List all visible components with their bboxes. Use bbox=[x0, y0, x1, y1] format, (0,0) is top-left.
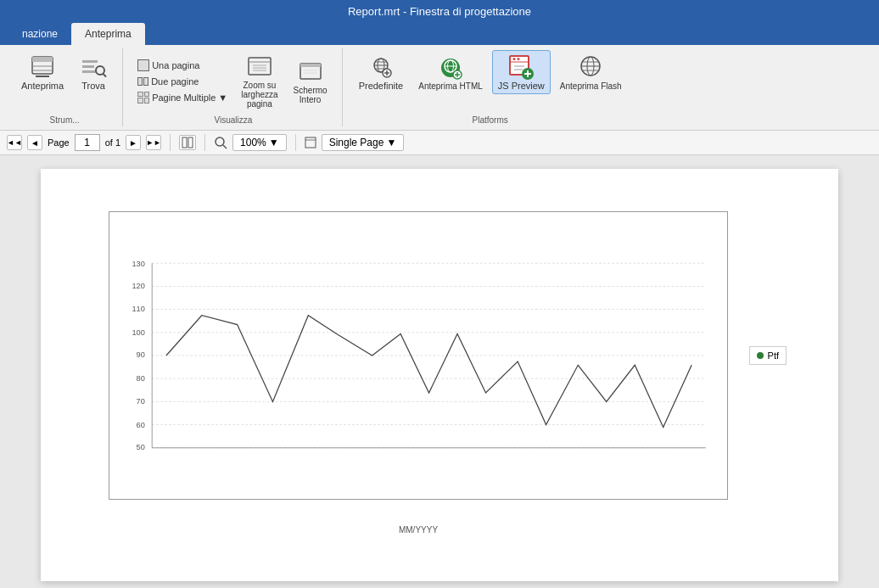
svg-text:120: 120 bbox=[132, 282, 144, 290]
predefinite-button[interactable]: Predefinite bbox=[353, 50, 410, 94]
group-strumenti: Anteprima Trova Strum... bbox=[7, 48, 123, 126]
pagine-multiple-button[interactable]: Pagine Multiple ▼ bbox=[133, 90, 232, 105]
anteprima-icon bbox=[29, 53, 56, 81]
svg-text:130: 130 bbox=[132, 260, 144, 268]
pagine-multiple-icon bbox=[137, 92, 149, 104]
svg-rect-4 bbox=[36, 76, 49, 77]
next-page-button[interactable]: ► bbox=[126, 135, 141, 150]
svg-rect-49 bbox=[188, 137, 193, 148]
una-pagina-label: Una pagina bbox=[152, 60, 199, 70]
page-mode-button[interactable] bbox=[179, 135, 196, 150]
html-preview-icon bbox=[437, 54, 464, 81]
zoom-select[interactable]: 100% ▼ bbox=[232, 134, 287, 151]
strumenti-label: Strum... bbox=[50, 114, 80, 125]
platforms-label: Platforms bbox=[473, 114, 508, 125]
trova-button[interactable]: Trova bbox=[73, 50, 114, 94]
tab-anteprima[interactable]: Anteprima bbox=[71, 23, 145, 45]
svg-line-9 bbox=[104, 74, 107, 77]
main-area: 130 120 110 100 90 80 70 60 50 bbox=[0, 155, 879, 588]
svg-rect-1 bbox=[32, 57, 53, 62]
svg-rect-10 bbox=[249, 58, 271, 75]
last-page-button[interactable]: ►► bbox=[146, 135, 161, 150]
separator-3 bbox=[295, 134, 296, 151]
svg-line-51 bbox=[223, 145, 227, 148]
page-label: Page bbox=[48, 137, 70, 148]
svg-text:70: 70 bbox=[137, 397, 145, 406]
due-pagine-label: Due pagine bbox=[151, 76, 199, 87]
chart-wrapper: 130 120 110 100 90 80 70 60 50 bbox=[92, 211, 762, 535]
legend-dot bbox=[757, 352, 764, 359]
js-preview-label: JS Preview bbox=[498, 81, 545, 91]
page-view-icon bbox=[305, 137, 316, 148]
legend-label: Ptf bbox=[768, 350, 779, 361]
predefinite-icon bbox=[367, 53, 395, 81]
prev-page-button[interactable]: ◄ bbox=[27, 135, 42, 150]
page-view-label: Single Page bbox=[329, 137, 384, 148]
flash-icon bbox=[577, 54, 604, 81]
svg-point-8 bbox=[96, 66, 104, 75]
predefinite-label: Predefinite bbox=[359, 81, 404, 91]
svg-point-37 bbox=[518, 58, 520, 60]
svg-rect-48 bbox=[182, 137, 187, 148]
separator-1 bbox=[170, 134, 171, 151]
svg-rect-6 bbox=[82, 65, 94, 68]
chart-container: 130 120 110 100 90 80 70 60 50 bbox=[109, 211, 728, 500]
page-view-dropdown-icon: ▼ bbox=[386, 137, 396, 148]
svg-text:110: 110 bbox=[132, 305, 144, 313]
una-pagina-icon bbox=[137, 59, 149, 71]
anteprima-html-button[interactable]: Anteprima HTML bbox=[412, 51, 489, 94]
tab-nazione[interactable]: nazione bbox=[8, 23, 71, 45]
una-pagina-button[interactable]: Una pagina bbox=[133, 58, 232, 73]
schermo-intero-icon bbox=[297, 59, 324, 86]
trova-label: Trova bbox=[81, 81, 105, 91]
zoom-value: 100% bbox=[240, 137, 266, 148]
chart-legend: Ptf bbox=[749, 346, 787, 365]
page-number-input[interactable] bbox=[75, 134, 100, 151]
svg-rect-52 bbox=[305, 137, 316, 148]
svg-text:80: 80 bbox=[137, 374, 145, 383]
group-visualizza: Una pagina Due pagine bbox=[125, 48, 342, 126]
pagine-multiple-dropdown-icon[interactable]: ▼ bbox=[218, 92, 227, 103]
separator-2 bbox=[204, 134, 205, 151]
page-view-select[interactable]: Single Page ▼ bbox=[322, 134, 405, 151]
visualizza-label: Visualizza bbox=[214, 114, 252, 125]
svg-point-36 bbox=[513, 58, 516, 60]
ribbon-toolbar: Anteprima Trova Strum... bbox=[0, 45, 879, 131]
svg-text:90: 90 bbox=[137, 351, 145, 360]
svg-text:100: 100 bbox=[132, 328, 144, 337]
due-pagine-button[interactable]: Due pagine bbox=[133, 75, 232, 88]
group-platforms: Predefinite Anteprima HTML bbox=[344, 48, 636, 126]
schermo-intero-label: SchermoIntero bbox=[294, 86, 328, 104]
anteprima-flash-button[interactable]: Anteprima Flash bbox=[554, 51, 628, 94]
pagine-multiple-label: Pagine Multiple bbox=[152, 92, 216, 103]
trova-icon bbox=[80, 53, 107, 81]
svg-rect-5 bbox=[82, 60, 98, 63]
zoom-larghezza-button[interactable]: Zoom sularghezzapagina bbox=[235, 50, 283, 112]
chart-svg: 130 120 110 100 90 80 70 60 50 bbox=[109, 212, 727, 499]
anteprima-flash-label: Anteprima Flash bbox=[560, 81, 622, 91]
x-axis-label: MM/YYYY bbox=[126, 525, 711, 535]
svg-point-50 bbox=[216, 137, 224, 146]
page-mode-icon bbox=[182, 137, 193, 148]
of-label: of 1 bbox=[105, 137, 120, 148]
zoom-icon bbox=[214, 136, 227, 149]
svg-rect-7 bbox=[82, 70, 96, 73]
anteprima-label: Anteprima bbox=[21, 81, 64, 91]
title-bar: Report.mrt - Finestra di progettazione bbox=[0, 0, 879, 23]
js-preview-icon bbox=[507, 53, 535, 81]
svg-rect-16 bbox=[300, 64, 321, 67]
ribbon-tabs: nazione Anteprima bbox=[0, 23, 879, 45]
title-text: Report.mrt - Finestra di progettazione bbox=[348, 5, 531, 18]
js-preview-button[interactable]: JS Preview bbox=[492, 50, 551, 94]
svg-text:60: 60 bbox=[137, 421, 145, 429]
zoom-width-icon bbox=[246, 53, 273, 81]
zoom-dropdown-icon: ▼ bbox=[269, 137, 279, 148]
zoom-larghezza-label: Zoom sularghezzapagina bbox=[241, 81, 277, 109]
anteprima-html-label: Anteprima HTML bbox=[418, 81, 483, 91]
svg-text:50: 50 bbox=[137, 443, 145, 451]
due-pagine-icon bbox=[137, 77, 148, 86]
anteprima-button[interactable]: Anteprima bbox=[15, 50, 70, 94]
schermo-intero-button[interactable]: SchermoIntero bbox=[288, 55, 333, 108]
first-page-button[interactable]: ◄◄ bbox=[7, 135, 22, 150]
page-controls: ◄◄ ◄ Page of 1 ► ►► 100% ▼ Single Page ▼ bbox=[0, 131, 879, 155]
